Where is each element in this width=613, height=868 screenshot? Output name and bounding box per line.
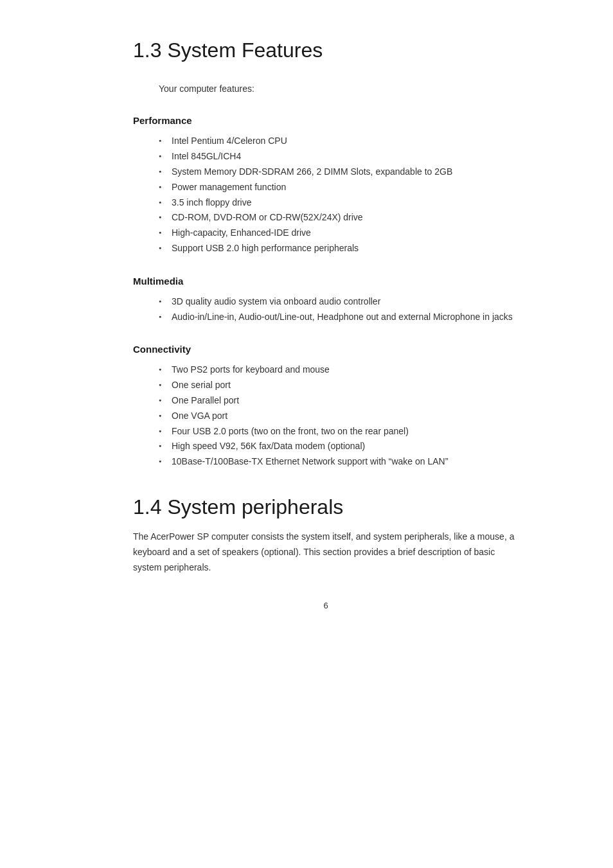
list-item: High-capacity, Enhanced-IDE drive	[159, 226, 519, 241]
section-14-block: 1.4 System peripherals The AcerPower SP …	[133, 495, 519, 575]
page-number: 6	[133, 601, 519, 610]
list-item: Intel Pentium 4/Celeron CPU	[159, 134, 519, 149]
list-item: Two PS2 ports for keyboard and mouse	[159, 362, 519, 378]
multimedia-title: Multimedia	[133, 276, 519, 287]
section-13-title: 1.3 System Features	[133, 39, 519, 62]
list-item: 3.5 inch floppy drive	[159, 195, 519, 211]
page-container: 1.3 System Features Your computer featur…	[82, 0, 531, 868]
list-item: Support USB 2.0 high performance periphe…	[159, 241, 519, 256]
list-item: System Memory DDR-SDRAM 266, 2 DIMM Slot…	[159, 164, 519, 180]
section-14-title: 1.4 System peripherals	[133, 495, 519, 519]
multimedia-list: 3D quality audio system via onboard audi…	[159, 294, 519, 325]
multimedia-subsection: Multimedia 3D quality audio system via o…	[133, 276, 519, 325]
connectivity-list: Two PS2 ports for keyboard and mouse One…	[159, 362, 519, 470]
list-item: Four USB 2.0 ports (two on the front, tw…	[159, 424, 519, 439]
section-13-intro: Your computer features:	[159, 82, 519, 96]
list-item: 3D quality audio system via onboard audi…	[159, 294, 519, 310]
list-item: One serial port	[159, 378, 519, 393]
section-14-body: The AcerPower SP computer consists the s…	[133, 529, 519, 575]
list-item: Power management function	[159, 180, 519, 195]
list-item: Intel 845GL/ICH4	[159, 149, 519, 164]
performance-subsection: Performance Intel Pentium 4/Celeron CPU …	[133, 115, 519, 256]
performance-title: Performance	[133, 115, 519, 126]
list-item: One Parallel port	[159, 393, 519, 409]
list-item: Audio-in/Line-in, Audio-out/Line-out, He…	[159, 310, 519, 325]
list-item: High speed V92, 56K fax/Data modem (opti…	[159, 439, 519, 454]
connectivity-title: Connectivity	[133, 344, 519, 355]
performance-list: Intel Pentium 4/Celeron CPU Intel 845GL/…	[159, 134, 519, 256]
connectivity-subsection: Connectivity Two PS2 ports for keyboard …	[133, 344, 519, 470]
list-item: 10Base-T/100Base-TX Ethernet Network sup…	[159, 454, 519, 470]
list-item: CD-ROM, DVD-ROM or CD-RW(52X/24X) drive	[159, 210, 519, 226]
list-item: One VGA port	[159, 409, 519, 424]
